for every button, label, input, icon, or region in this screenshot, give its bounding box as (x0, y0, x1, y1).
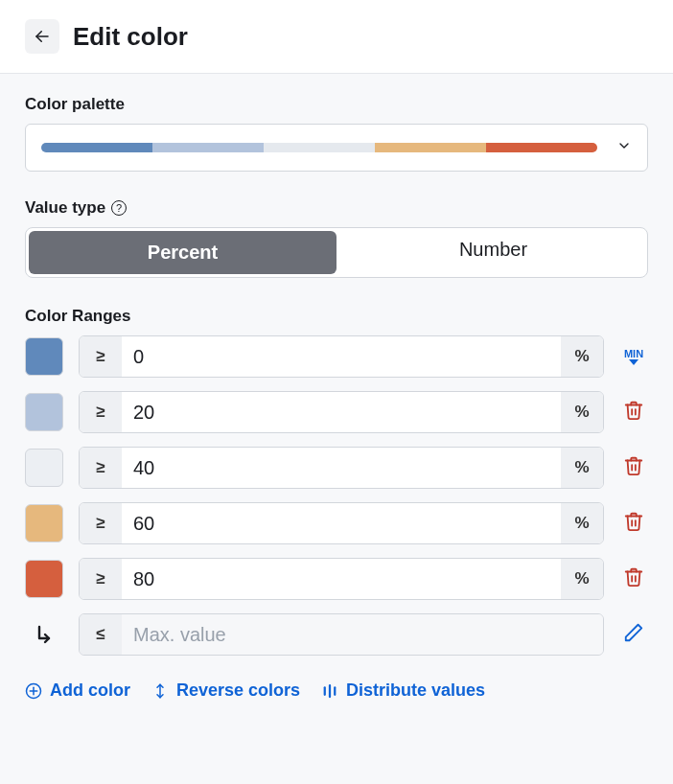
palette-segment (152, 143, 264, 152)
operator-gte: ≥ (80, 336, 122, 377)
range-input-group: ≥% (79, 447, 604, 489)
palette-label: Color palette (25, 95, 648, 114)
color-ranges-label: Color Ranges (25, 307, 648, 326)
delete-range-button[interactable] (623, 455, 644, 480)
range-input-group: ≥% (79, 558, 604, 600)
palette-segment (486, 143, 597, 152)
operator-lte: ≤ (80, 614, 122, 655)
arrow-left-icon (34, 28, 51, 45)
delete-range-button[interactable] (623, 511, 644, 536)
color-swatch[interactable] (25, 449, 63, 487)
color-swatch[interactable] (25, 504, 63, 542)
actions-row: Add color Reverse colors Distribute valu… (25, 656, 648, 701)
range-value-input[interactable] (122, 503, 561, 543)
svg-marker-1 (629, 359, 638, 365)
reverse-colors-label: Reverse colors (176, 680, 300, 701)
range-row: ≥%MIN (25, 335, 648, 378)
color-swatch[interactable] (25, 560, 63, 598)
add-color-button[interactable]: Add color (25, 680, 130, 701)
range-row: ≥% (25, 447, 648, 489)
page-title: Edit color (73, 22, 188, 52)
sub-arrow-icon (25, 615, 63, 654)
max-value-input (122, 614, 603, 655)
range-row: ≥% (25, 558, 648, 600)
range-row: ≥% (25, 502, 648, 544)
range-row: ≥% (25, 391, 648, 433)
header: Edit color (0, 0, 673, 73)
range-row-max: ≤ (25, 613, 648, 656)
value-type-percent[interactable]: Percent (29, 231, 336, 274)
operator-gte: ≥ (80, 448, 122, 488)
range-value-input[interactable] (122, 336, 561, 377)
ranges-list: ≥%MIN≥%≥%≥%≥%≤ (25, 335, 648, 656)
operator-gte: ≥ (80, 503, 122, 543)
chevron-down-icon (616, 138, 632, 157)
palette-select[interactable] (25, 124, 648, 172)
range-value-input[interactable] (122, 559, 561, 599)
unit-label: % (561, 448, 603, 488)
value-type-label: Value type (25, 198, 105, 218)
color-swatch[interactable] (25, 337, 63, 376)
palette-preview (41, 143, 597, 152)
edit-max-button[interactable] (623, 622, 644, 647)
unit-label: % (561, 336, 603, 377)
value-type-toggle: Percent Number (25, 227, 648, 278)
range-input-group-max: ≤ (79, 613, 604, 656)
palette-segment (264, 143, 375, 152)
range-input-group: ≥% (79, 391, 604, 433)
swap-vertical-icon (151, 682, 169, 700)
range-value-input[interactable] (122, 392, 561, 432)
unit-label: % (561, 392, 603, 432)
unit-label: % (561, 559, 603, 599)
delete-range-button[interactable] (623, 566, 644, 591)
help-icon[interactable]: ? (111, 200, 127, 216)
distribute-values-button[interactable]: Distribute values (321, 680, 485, 701)
palette-segment (41, 143, 152, 152)
plus-circle-icon (25, 682, 42, 700)
delete-range-button[interactable] (623, 400, 644, 425)
value-type-label-row: Value type ? (25, 198, 648, 218)
range-input-group: ≥% (79, 335, 604, 378)
range-input-group: ≥% (79, 502, 604, 544)
back-button[interactable] (25, 19, 59, 54)
add-color-label: Add color (50, 680, 130, 701)
palette-segment (375, 143, 486, 152)
distribute-values-label: Distribute values (346, 680, 485, 701)
color-swatch[interactable] (25, 393, 63, 431)
distribute-icon (321, 682, 338, 700)
operator-gte: ≥ (80, 559, 122, 599)
unit-label: % (561, 503, 603, 543)
min-indicator: MIN (624, 349, 643, 365)
operator-gte: ≥ (80, 392, 122, 432)
range-value-input[interactable] (122, 448, 561, 488)
value-type-number[interactable]: Number (339, 228, 647, 277)
reverse-colors-button[interactable]: Reverse colors (151, 680, 300, 701)
